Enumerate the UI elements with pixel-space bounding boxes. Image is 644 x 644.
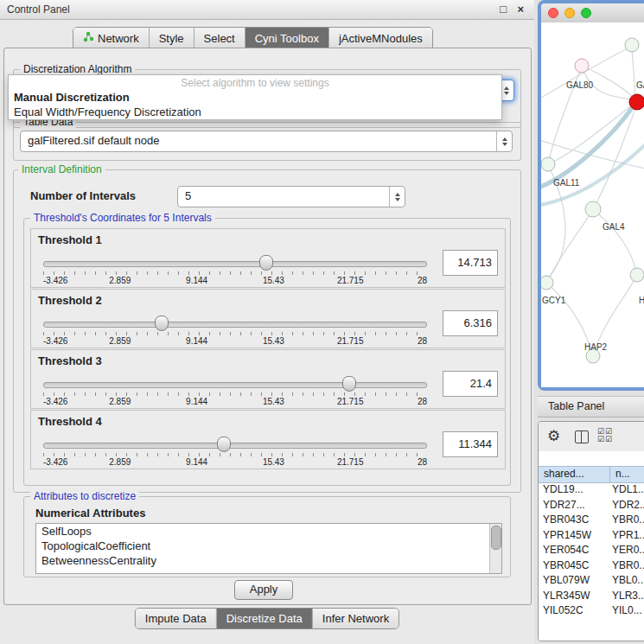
cell: YER0... (609, 543, 644, 558)
table-panel-window: ⚙ ☑☑ ☑☑ shared... n... YDL19...YDL1... Y… (538, 421, 644, 641)
table-row[interactable]: YER054CYER0... (539, 543, 644, 558)
slider-track[interactable] (43, 322, 427, 328)
cell: YBR0... (609, 558, 644, 574)
minimize-traffic-light-icon[interactable] (564, 8, 575, 18)
network-canvas[interactable]: GAL80 GA GAL11 GAL4 GCY1 H HAP2 (541, 22, 644, 387)
tab-label: Style (159, 29, 184, 49)
table-row[interactable]: YBL079WYBL0... (539, 573, 644, 589)
scale-label: 2.859 (109, 397, 131, 406)
slider-scale: -3.426 2.859 9.144 15.43 21.715 28 (43, 457, 427, 468)
scale-label: -3.426 (43, 276, 67, 285)
scale-label: 21.715 (337, 457, 364, 467)
control-panel-window: Control Panel □ × Network Style Select (0, 0, 534, 644)
threshold-1-slider[interactable]: -3.426 2.859 9.144 15.43 21.715 28 (40, 253, 430, 286)
close-traffic-light-icon[interactable] (548, 8, 558, 18)
network-node[interactable] (541, 276, 553, 290)
dropdown-placeholder-option[interactable]: Select algorithm to view settings (9, 75, 501, 90)
tab-select[interactable]: Select (194, 28, 245, 49)
scale-label: 9.144 (186, 336, 207, 346)
gear-icon[interactable]: ⚙ (547, 427, 560, 445)
network-node[interactable] (625, 38, 639, 52)
threshold-2-panel: Threshold 2 -3.426 2.859 9.144 15.43 21.… (30, 289, 506, 348)
apply-button[interactable]: Apply (234, 580, 293, 600)
dropdown-option-manual-discretization[interactable]: Manual Discretization (9, 90, 501, 105)
scale-label: 15.43 (263, 336, 284, 346)
network-tab-icon (83, 29, 94, 49)
cell: YBR045C (539, 558, 609, 574)
cell: YIL052C (539, 603, 609, 619)
network-node[interactable] (575, 59, 589, 73)
network-node[interactable] (630, 268, 644, 282)
dropdown-option-equal-width-frequency[interactable]: Equal Width/Frequency Discretization (9, 105, 501, 119)
combobox-stepper-icon (389, 187, 405, 207)
close-window-icon[interactable]: × (517, 0, 524, 19)
table-row[interactable]: YPR145WYPR1... (539, 528, 644, 544)
scale-label: 2.859 (109, 336, 131, 346)
table-row[interactable]: YBR043CYBR0... (539, 513, 644, 528)
table-panel-header[interactable]: Table Panel (538, 396, 644, 418)
threshold-1-slider-thumb[interactable] (259, 255, 273, 271)
tab-network[interactable]: Network (73, 28, 150, 49)
number-of-intervals-combobox[interactable]: 5 (177, 186, 405, 207)
tab-impute-data[interactable]: Impute Data (136, 609, 217, 628)
select-columns-icon[interactable]: ☑☑ ☑☑ (597, 428, 618, 443)
scrollbar-thumb[interactable] (491, 526, 501, 550)
network-node-selected[interactable] (629, 94, 644, 110)
tab-discretize-data[interactable]: Discretize Data (217, 609, 313, 628)
tab-jactivemnodules[interactable]: jActiveMNodules (329, 28, 432, 49)
slider-ticks (43, 332, 427, 335)
tab-style[interactable]: Style (150, 28, 194, 49)
slider-track[interactable] (43, 443, 427, 449)
slider-track[interactable] (43, 261, 427, 267)
node-label-gal80: GAL80 (566, 80, 594, 90)
threshold-3-slider-thumb[interactable] (342, 376, 356, 392)
list-item[interactable]: SelfLoops (36, 524, 501, 539)
interval-definition-title: Interval Definition (18, 163, 105, 175)
table-row[interactable]: YLR345WYLR3... (539, 589, 644, 604)
list-item[interactable]: BetweennessCentrality (36, 553, 501, 568)
threshold-4-panel: Threshold 4 -3.426 2.859 9.144 15.43 21.… (30, 410, 506, 469)
column-header-shared-name[interactable]: shared... (539, 467, 610, 482)
threshold-2-slider[interactable]: -3.426 2.859 9.144 15.43 21.715 28 (40, 314, 430, 347)
threshold-3-value-field[interactable]: 21.4 (443, 371, 498, 397)
zoom-traffic-light-icon[interactable] (581, 8, 591, 18)
threshold-2-label: Threshold 2 (38, 294, 102, 307)
scale-label: -3.426 (43, 457, 67, 467)
tab-label: Discretize Data (226, 609, 303, 629)
attributes-group-title: Attributes to discretize (30, 490, 139, 502)
scale-label: -3.426 (43, 336, 67, 346)
table-data-combobox[interactable]: galFiltered.sif default node (20, 131, 513, 152)
scale-label: 21.715 (337, 397, 364, 406)
scale-label: 21.715 (337, 336, 364, 346)
table-row[interactable]: YDR27...YDR2... (539, 498, 644, 513)
columns-icon[interactable] (575, 430, 589, 443)
float-window-icon[interactable]: □ (500, 0, 507, 19)
scale-label: 9.144 (186, 276, 207, 285)
slider-track[interactable] (43, 382, 427, 388)
tab-cyni-toolbox[interactable]: Cyni Toolbox (245, 28, 329, 49)
table-row[interactable]: YBR045CYBR0... (539, 558, 644, 574)
threshold-2-slider-thumb[interactable] (155, 316, 169, 331)
threshold-4-slider[interactable]: -3.426 2.859 9.144 15.43 21.715 28 (40, 435, 430, 468)
threshold-3-label: Threshold 3 (38, 354, 102, 367)
table-row[interactable]: YIL052CYIL0... (539, 603, 644, 619)
threshold-2-value-field[interactable]: 6.316 (443, 310, 498, 336)
list-item[interactable]: TopologicalCoefficient (36, 539, 501, 553)
threshold-1-value-field[interactable]: 14.713 (443, 250, 498, 276)
threshold-4-slider-thumb[interactable] (217, 437, 231, 452)
slider-scale: -3.426 2.859 9.144 15.43 21.715 28 (43, 397, 427, 407)
table-toolbar: ⚙ ☑☑ ☑☑ (539, 422, 644, 451)
table-panel-title: Table Panel (548, 397, 604, 417)
threshold-3-slider[interactable]: -3.426 2.859 9.144 15.43 21.715 28 (40, 374, 430, 407)
cell: YDL1... (609, 482, 644, 498)
column-header-name[interactable]: n... (610, 467, 644, 482)
tab-label: Cyni Toolbox (255, 29, 319, 49)
threshold-4-value-field[interactable]: 11.344 (443, 431, 498, 457)
list-scrollbar[interactable] (489, 524, 501, 573)
network-node[interactable] (585, 201, 601, 217)
scale-label: 9.144 (186, 457, 207, 467)
table-row[interactable]: YDL19...YDL1... (539, 482, 644, 498)
network-node[interactable] (541, 157, 555, 171)
tab-infer-network[interactable]: Infer Network (313, 609, 399, 628)
table-header-row: shared... n... (539, 466, 644, 483)
